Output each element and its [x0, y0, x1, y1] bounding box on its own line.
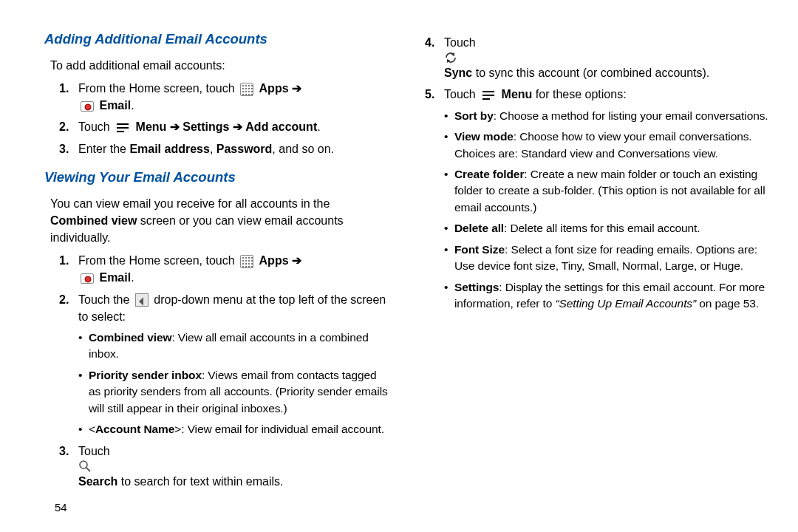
intro-text: To add additional email accounts:: [50, 57, 388, 74]
text: to search for text within emails.: [121, 475, 284, 488]
search-label: Search: [78, 475, 117, 488]
list-item: •Sort by: Choose a method for listing yo…: [444, 108, 768, 124]
step-body: Touch Menu for these options:: [444, 86, 768, 103]
email-address-label: Email address: [129, 143, 210, 155]
svg-rect-28: [251, 263, 253, 265]
list-item: •Settings: Display the settings for this…: [444, 279, 768, 313]
step-2: 2. Touch Menu ➔ Settings ➔ Add account.: [59, 118, 388, 135]
menu-icon: [115, 123, 130, 133]
svg-rect-12: [242, 94, 244, 95]
text: Enter the: [78, 143, 129, 155]
menu-label: Menu: [136, 120, 167, 133]
step-number: 1.: [59, 252, 78, 286]
text: : Delete all items for this email accoun…: [504, 222, 700, 234]
left-column: Adding Additional Email Accounts To add …: [44, 30, 388, 525]
svg-rect-23: [248, 260, 250, 262]
svg-rect-27: [248, 263, 250, 265]
arrow-icon: ➔: [292, 254, 301, 267]
bullet-dot: •: [78, 421, 89, 437]
settings-label: Settings: [454, 281, 499, 293]
svg-rect-2: [248, 85, 250, 86]
svg-rect-31: [248, 266, 250, 267]
page-content: Adding Additional Email Accounts To add …: [0, 0, 798, 532]
svg-rect-3: [251, 85, 253, 86]
apps-label: Apps: [259, 254, 289, 267]
cross-reference: “Setting Up Email Accounts”: [556, 297, 697, 310]
text: Touch: [78, 120, 113, 133]
svg-point-34: [80, 461, 87, 468]
step-body: Enter the Email address, Password, and s…: [78, 140, 388, 157]
bullet-dot: •: [78, 330, 89, 363]
text: From the Home screen, touch: [78, 254, 238, 267]
priority-sender-label: Priority sender inbox: [89, 369, 202, 381]
svg-rect-17: [242, 257, 244, 259]
settings-label: Settings: [183, 120, 229, 133]
svg-rect-30: [245, 266, 247, 267]
email-icon: [81, 101, 94, 112]
text: to sync this account (or combined accoun…: [476, 66, 710, 79]
sync-icon: [444, 51, 768, 64]
bullet-dot: •: [444, 220, 454, 236]
email-label: Email: [99, 271, 131, 284]
vstep-2: 2. Touch the drop-down menu at the top l…: [59, 291, 388, 325]
bullet-dot: •: [444, 279, 454, 313]
text: From the Home screen, touch: [78, 82, 238, 95]
step-number: 3.: [59, 140, 78, 157]
sort-by-label: Sort by: [454, 109, 494, 122]
bullet-dot: •: [444, 108, 454, 124]
email-icon: [81, 273, 94, 284]
dropdown-icon: [135, 293, 149, 307]
add-account-label: Add account: [245, 120, 317, 133]
list-item: •<Account Name>: View email for individu…: [78, 421, 388, 437]
svg-rect-9: [245, 91, 247, 92]
svg-rect-11: [251, 91, 253, 92]
text: Touch: [444, 88, 479, 100]
svg-rect-32: [251, 266, 253, 267]
step-3: 3. Enter the Email address, Password, an…: [59, 140, 388, 157]
svg-rect-5: [245, 88, 247, 89]
svg-line-35: [86, 468, 90, 471]
svg-rect-0: [242, 85, 244, 86]
text: You can view email you receive for all a…: [50, 197, 330, 210]
step-number: 4.: [425, 34, 444, 81]
text: Touch the: [78, 293, 133, 306]
svg-point-16: [85, 104, 91, 110]
bullet-list: •Sort by: Choose a method for listing yo…: [444, 108, 768, 313]
account-name-label: Account Name: [95, 423, 174, 435]
heading-viewing-accounts: Viewing Your Email Accounts: [44, 168, 388, 188]
vstep-3: 3. Touch Search to search for text withi…: [59, 443, 388, 490]
svg-rect-25: [242, 263, 244, 265]
step-body: Touch Menu ➔ Settings ➔ Add account.: [78, 118, 388, 135]
menu-icon: [481, 90, 496, 100]
list-item: •Combined view: View all email accounts …: [78, 330, 388, 363]
step-number: 3.: [59, 443, 78, 490]
svg-rect-21: [242, 260, 244, 262]
svg-rect-22: [245, 260, 247, 262]
step-body: From the Home screen, touch Apps ➔ Email…: [78, 80, 388, 114]
text: Touch: [444, 36, 476, 49]
svg-rect-15: [251, 94, 253, 95]
arrow-icon: ➔: [233, 120, 242, 133]
vstep-1: 1. From the Home screen, touch Apps ➔ Em…: [59, 252, 388, 286]
svg-rect-13: [245, 94, 247, 95]
step-number: 2.: [59, 291, 78, 325]
arrow-icon: ➔: [170, 120, 180, 133]
page-number: 54: [55, 499, 67, 516]
arrow-icon: ➔: [292, 82, 301, 95]
list-item: •Create folder: Create a new main folder…: [444, 166, 768, 216]
step-body: Touch the drop-down menu at the top left…: [78, 291, 388, 325]
text: for these options:: [536, 88, 627, 100]
bullet-list: •Combined view: View all email accounts …: [78, 330, 388, 438]
right-column: 4. Touch Sync to sync this account (or c…: [425, 30, 768, 525]
combined-view-label: Combined view: [89, 331, 171, 344]
apps-label: Apps: [259, 82, 289, 95]
step-body: Touch Sync to sync this account (or comb…: [444, 34, 768, 81]
svg-rect-20: [251, 257, 253, 259]
combined-view-label: Combined view: [50, 214, 137, 227]
intro-text: You can view email you receive for all a…: [50, 195, 388, 247]
menu-label: Menu: [502, 88, 533, 100]
svg-point-33: [85, 276, 91, 282]
svg-rect-6: [248, 88, 250, 89]
password-label: Password: [216, 143, 273, 155]
svg-rect-1: [245, 85, 247, 86]
